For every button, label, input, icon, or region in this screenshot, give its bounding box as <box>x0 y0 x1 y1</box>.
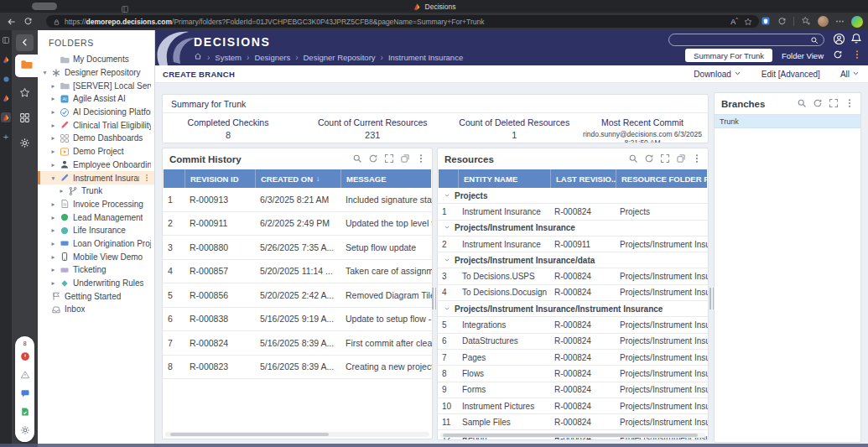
breadcrumb-item-designers[interactable]: Designers <box>254 53 290 62</box>
rail-favorites-tab[interactable] <box>16 86 34 102</box>
col-created-on[interactable]: CREATED ON↓ <box>256 169 341 188</box>
col-row-number[interactable] <box>439 169 459 188</box>
text-size-icon[interactable]: A^ <box>730 17 738 26</box>
folder-tree-item-getting-started[interactable]: Getting Started <box>38 289 154 303</box>
refresh-icon[interactable] <box>813 96 823 112</box>
resource-row-integrations[interactable]: 5IntegrationsR-000824Projects/Instrument… <box>438 317 708 333</box>
breadcrumb-item-instrument-insurance[interactable]: Instrument Insurance <box>388 53 463 62</box>
rail-apps-tab[interactable] <box>16 111 34 127</box>
panel-splitter[interactable] <box>709 288 714 309</box>
search-icon[interactable] <box>352 152 362 167</box>
new-tab-button[interactable]: + <box>1 132 11 142</box>
folder-tree-item-inbox[interactable]: Inbox <box>38 303 154 316</box>
doc-check-icon[interactable] <box>20 405 30 420</box>
branch-item-trunk[interactable]: Trunk <box>715 115 860 128</box>
col-last-revision[interactable]: LAST REVISIO... <box>551 169 616 188</box>
download-dropdown[interactable]: Download <box>694 70 741 79</box>
folder-tree-item-server-local-server[interactable]: ▸[SERVER] Local Server <box>38 79 154 92</box>
folder-tree-item-mobile-view-demo[interactable]: ▸Mobile View Demo <box>38 250 154 263</box>
favorite-star-icon[interactable] <box>744 15 752 28</box>
commit-row-r-000880[interactable]: 3R-0008805/26/2025 7:35 A...Setup flow u… <box>163 236 432 260</box>
resource-row-instrument-insurance[interactable]: 1Instrument InsuranceR-000824Projects <box>438 204 708 220</box>
folder-tree-item-designer-repository[interactable]: ▾Designer Repository <box>38 66 154 80</box>
global-search[interactable] <box>668 34 824 46</box>
browser-profile-icon[interactable] <box>851 16 863 28</box>
chevron-collapsed-icon[interactable]: ▸ <box>50 82 56 90</box>
extension-icon[interactable] <box>761 14 771 29</box>
chevron-expanded-icon[interactable]: ▾ <box>50 174 56 182</box>
resource-group-projects-instrument-insurance[interactable]: Projects/Instrument Insurance <box>438 221 708 236</box>
account-icon[interactable] <box>833 33 845 49</box>
reload-button[interactable] <box>23 17 33 26</box>
chevron-collapsed-icon[interactable]: ▸ <box>50 279 56 287</box>
kebab-icon[interactable] <box>416 152 426 167</box>
notifications-bell-icon[interactable] <box>850 33 862 48</box>
chevron-collapsed-icon[interactable]: ▸ <box>50 161 56 169</box>
resource-row-pages[interactable]: 7PagesR-000824Projects/Instrument Insura… <box>438 350 708 366</box>
url-bar[interactable]: https://demorepo.decisions.com/Primary/f… <box>46 15 759 28</box>
error-icon[interactable] <box>20 350 30 365</box>
folder-tree-item-ticketing[interactable]: ▸Ticketing <box>38 263 154 277</box>
chevron-collapsed-icon[interactable]: ▸ <box>50 266 56 273</box>
commit-row-r-000823[interactable]: 8R-0008235/16/2025 8:39 A...Creating a n… <box>163 356 432 380</box>
refresh-icon[interactable] <box>644 152 654 167</box>
chevron-collapsed-icon[interactable]: ▸ <box>50 95 56 102</box>
commit-row-r-000911[interactable]: 2R-0009116/2/2025 2:49 PMUpdated the top… <box>163 212 432 236</box>
kebab-icon[interactable] <box>143 170 151 185</box>
folder-tree-item-trunk[interactable]: ▸Trunk <box>38 185 154 198</box>
avatar[interactable] <box>818 16 829 27</box>
all-filter-dropdown[interactable]: All <box>840 70 860 79</box>
resource-row-datastructures[interactable]: 6DataStructuresR-000824Projects/Instrume… <box>438 334 708 350</box>
expand-icon[interactable] <box>660 152 670 167</box>
resource-row-instrument-pictures[interactable]: 10Instrument PicturesR-000824Projects/In… <box>438 398 708 414</box>
refresh-icon[interactable] <box>833 48 843 63</box>
popout-icon[interactable] <box>676 152 686 167</box>
col-entity-name[interactable]: ENTITY NAME <box>459 169 551 188</box>
kebab-icon[interactable] <box>845 96 855 112</box>
collections-star-icon[interactable] <box>801 14 811 29</box>
create-branch-button[interactable]: CREATE BRANCH <box>163 70 235 79</box>
resource-row-to-decisions-docusign[interactable]: 4To Decisions.DocusignR-000824Projects/I… <box>438 285 708 301</box>
folder-tree-item-lead-management[interactable]: ▸Lead Management <box>38 211 154 224</box>
settings-gear-icon[interactable] <box>20 424 30 439</box>
popout-icon[interactable] <box>400 152 410 167</box>
resources-hscrollbar[interactable] <box>440 433 705 438</box>
collapse-sidebar-button[interactable] <box>16 34 34 51</box>
tab-folder-view[interactable]: Folder View <box>782 51 824 60</box>
chevron-collapsed-icon[interactable]: ▸ <box>59 187 65 195</box>
search-icon[interactable] <box>628 152 638 167</box>
resource-group-projects-instrument-insurance-data[interactable]: Projects/Instrument Insurance/data <box>438 252 708 268</box>
scrollbar-thumb[interactable] <box>443 434 697 437</box>
more-menu-icon[interactable] <box>835 14 845 29</box>
folder-tree-item-demo-project[interactable]: ▸Demo Project <box>38 145 154 159</box>
commit-row-r-000824[interactable]: 7R-0008245/16/2025 8:39 A...First commit… <box>163 331 432 356</box>
folder-tree-item-invoice-processing[interactable]: ▸Invoice Processing <box>38 198 154 211</box>
back-button[interactable] <box>7 17 17 27</box>
browser-tab-favicon-1[interactable] <box>1 55 11 65</box>
global-search-input[interactable] <box>674 36 810 44</box>
breadcrumb-item-system[interactable]: System <box>215 53 242 62</box>
resource-group-projects-instrument-insurance-instrument-insurance[interactable]: Projects/Instrument Insurance/Instrument… <box>438 301 708 317</box>
tab-summary-for-trunk[interactable]: Summary For Trunk <box>685 49 772 62</box>
expand-icon[interactable] <box>829 96 839 112</box>
chevron-collapsed-icon[interactable]: ▸ <box>50 200 56 208</box>
expand-icon[interactable] <box>384 152 394 167</box>
rail-folders-tab[interactable] <box>15 55 38 77</box>
browser-tab-favicon-3[interactable] <box>1 93 11 103</box>
browser-tab[interactable]: Decisions <box>0 0 868 13</box>
folder-tree-item-underwriting-rules[interactable]: ▸Underwriting Rules <box>38 277 154 290</box>
scrollbar-thumb[interactable] <box>170 433 329 436</box>
resource-row-to-decisions-usps[interactable]: 3To Decisions.USPSR-000824Projects/Instr… <box>438 268 708 284</box>
commit-row-r-000913[interactable]: 1R-0009136/3/2025 8:21 AMIncluded signat… <box>163 188 432 212</box>
resource-row-flows[interactable]: 8FlowsR-000824Projects/Instrument Insura… <box>438 366 708 382</box>
chat-icon[interactable] <box>20 387 30 402</box>
resource-group-projects[interactable]: Projects <box>438 188 708 204</box>
panel-splitter[interactable] <box>432 288 436 309</box>
folder-tree-item-loan-origination-project[interactable]: ▸Loan Origination Project <box>38 237 154 251</box>
col-revision-id[interactable]: REVISION ID <box>185 169 256 188</box>
resource-row-sample-files[interactable]: 11Sample FilesR-000824Projects/Instrumen… <box>438 414 708 430</box>
page-kebab-icon[interactable] <box>852 48 862 63</box>
chevron-collapsed-icon[interactable]: ▸ <box>50 108 56 116</box>
rail-settings-tab[interactable] <box>16 136 34 153</box>
col-message[interactable]: MESSAGE <box>341 169 431 188</box>
